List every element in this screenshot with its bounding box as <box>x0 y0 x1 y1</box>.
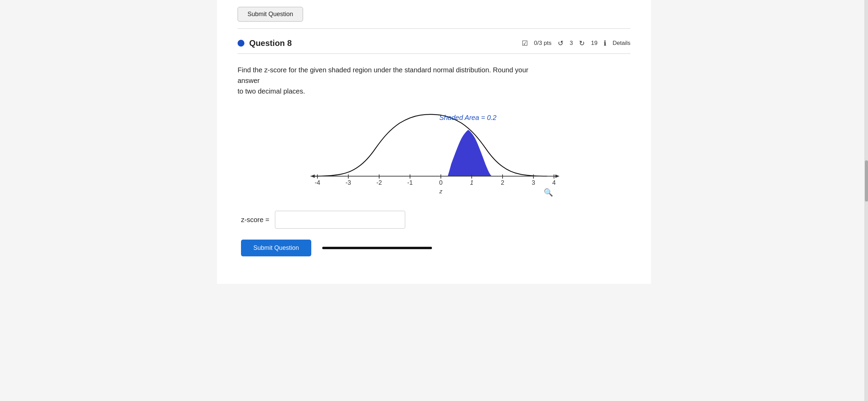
label-4: 4 <box>552 179 556 186</box>
bell-curve <box>314 114 547 176</box>
points-display: 0/3 pts <box>534 40 552 47</box>
label-minus3: -3 <box>346 179 351 186</box>
shaded-area-label: Shaded Area = 0.2 <box>439 114 497 122</box>
question-status-dot <box>238 40 244 47</box>
label-1: 1 <box>470 179 473 186</box>
bottom-actions: Submit Question <box>238 240 630 256</box>
retry-count: 3 <box>570 40 573 47</box>
label-minus4: -4 <box>315 179 320 186</box>
question-title: Question 8 <box>238 38 292 48</box>
question-prompt: Find the z-score for the given shaded re… <box>238 65 546 97</box>
submit-question-top-button[interactable]: Submit Question <box>238 7 303 22</box>
question-header: Question 8 ☑ 0/3 pts ↺ 3 ↻ 19 ℹ Details <box>238 29 630 54</box>
scrollbar[interactable] <box>865 0 868 284</box>
label-2: 2 <box>501 179 504 186</box>
prompt-line1: Find the z-score for the given shaded re… <box>238 66 528 84</box>
checkbox-icon: ☑ <box>522 39 528 47</box>
question-meta: ☑ 0/3 pts ↺ 3 ↻ 19 ℹ Details <box>522 39 630 47</box>
label-3: 3 <box>532 179 535 186</box>
axis-left-arrow <box>311 174 315 178</box>
normal-distribution-chart: -4 -3 -2 -1 0 1 2 <box>300 108 568 197</box>
scrollbar-thumb[interactable] <box>865 160 868 202</box>
top-bar: Submit Question <box>238 0 630 29</box>
question-body: Find the z-score for the given shaded re… <box>238 54 630 263</box>
zscore-label: z-score = <box>241 216 269 224</box>
label-0: 0 <box>439 179 443 186</box>
redo-icon[interactable]: ↻ <box>579 39 585 47</box>
attempts-count: 19 <box>591 40 598 47</box>
prompt-line2: to two decimal places. <box>238 87 305 95</box>
shaded-area <box>448 130 492 176</box>
details-label[interactable]: Details <box>613 40 630 47</box>
progress-bar <box>322 247 432 249</box>
page-wrapper: Submit Question Question 8 ☑ 0/3 pts ↺ 3… <box>217 0 651 284</box>
axis-right-arrow <box>555 174 559 178</box>
label-minus2: -2 <box>376 179 382 186</box>
submit-question-bottom-button[interactable]: Submit Question <box>241 240 311 256</box>
answer-row: z-score = <box>238 211 630 229</box>
info-icon: ℹ <box>604 39 606 47</box>
label-minus1: -1 <box>407 179 413 186</box>
zscore-input[interactable] <box>275 211 405 229</box>
question-number: Question 8 <box>249 38 292 48</box>
z-axis-label: z <box>439 188 443 195</box>
magnify-icon[interactable]: 🔍 <box>544 188 553 197</box>
undo-icon[interactable]: ↺ <box>558 39 564 47</box>
chart-container: Shaded Area = 0.2 -4 <box>300 108 568 198</box>
